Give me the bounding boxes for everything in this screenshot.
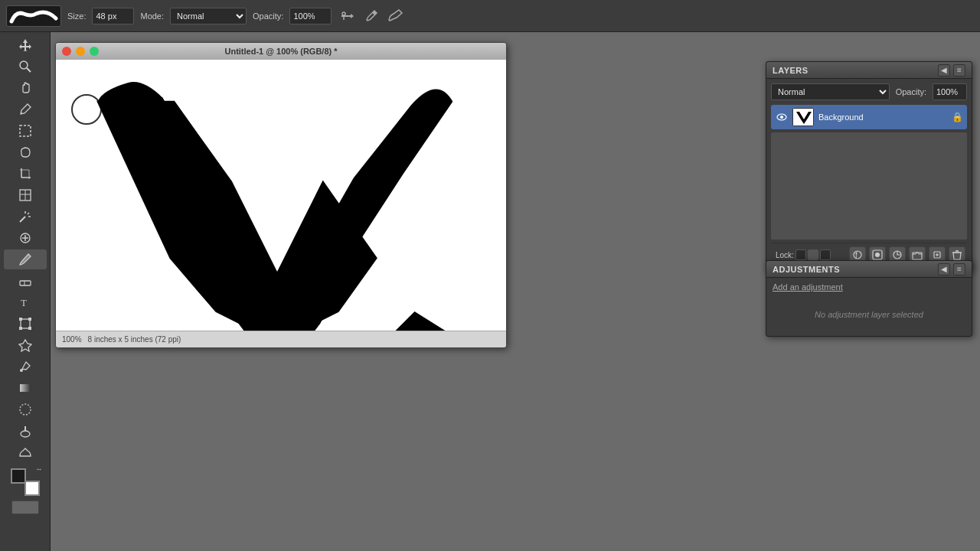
adjustments-panel-header: ADJUSTMENTS ◀ ≡ — [766, 261, 972, 278]
custom-shape-tool[interactable] — [4, 442, 47, 462]
canvas-area[interactable] — [56, 60, 506, 331]
blur-tool[interactable] — [4, 399, 47, 419]
eraser-tool[interactable] — [4, 271, 47, 291]
color-swatches-area: ↔ — [11, 468, 40, 496]
layers-panel-header: LAYERS ◀ ≡ — [766, 62, 972, 79]
gradient-tool[interactable] — [4, 378, 47, 398]
svg-marker-5 — [19, 39, 31, 51]
transform-tool[interactable] — [4, 314, 47, 334]
lasso-tool[interactable] — [4, 142, 47, 162]
svg-marker-1 — [351, 14, 354, 18]
brush-preview[interactable] — [6, 5, 61, 27]
window-maximize-btn[interactable] — [90, 47, 99, 56]
layers-panel: LAYERS ◀ ≡ Normal Multiply Screen Opacit… — [766, 61, 972, 272]
mode-select[interactable]: Normal Dissolve Multiply Screen Overlay — [170, 8, 247, 24]
svg-point-2 — [342, 12, 345, 15]
clone-source-btn[interactable] — [387, 7, 405, 25]
svg-text:f: f — [855, 251, 858, 259]
window-minimize-btn[interactable] — [76, 47, 85, 56]
foreground-color-swatch[interactable] — [11, 468, 26, 484]
svg-rect-24 — [20, 281, 31, 285]
svg-rect-29 — [28, 318, 31, 321]
add-adjustment-row: Add an adjustment — [773, 282, 965, 292]
svg-line-7 — [27, 68, 31, 72]
svg-point-34 — [20, 404, 31, 415]
svg-rect-30 — [19, 327, 22, 330]
magic-wand-tool[interactable] — [4, 207, 47, 227]
svg-point-4 — [373, 11, 376, 15]
size-label: Size: — [67, 11, 86, 21]
adjustments-panel-title: ADJUSTMENTS — [773, 265, 840, 274]
layer-mode-row: Normal Multiply Screen Opacity: — [771, 83, 967, 100]
window-close-btn[interactable] — [62, 47, 71, 56]
swap-colors-icon[interactable]: ↔ — [36, 465, 43, 473]
hand-tool[interactable] — [4, 78, 47, 98]
brush-tool[interactable] — [4, 249, 47, 269]
layers-menu-btn[interactable]: ≡ — [953, 64, 965, 77]
background-color-swatch[interactable] — [24, 481, 40, 496]
adjustments-panel-controls: ◀ ≡ — [938, 263, 965, 276]
size-input[interactable] — [92, 8, 134, 24]
layer-visibility-eye[interactable] — [776, 111, 788, 123]
type-tool[interactable]: T — [4, 292, 47, 312]
add-adjustment-link[interactable]: Add an adjustment — [773, 282, 843, 292]
canvas-dimensions: 8 inches x 5 inches (72 ppi) — [88, 335, 181, 344]
lock-transparent-pixels[interactable] — [795, 249, 806, 260]
eyedropper-tool[interactable] — [4, 99, 47, 119]
layers-empty-area — [771, 132, 967, 240]
top-toolbar: Size: Mode: Normal Dissolve Multiply Scr… — [0, 0, 980, 32]
adjustments-panel-content: Add an adjustment No adjustment layer se… — [766, 278, 972, 336]
lock-position[interactable] — [820, 249, 831, 260]
brush-settings-toggle[interactable] — [362, 7, 381, 25]
layers-panel-title: LAYERS — [773, 66, 808, 75]
svg-line-17 — [20, 217, 25, 222]
svg-rect-45 — [913, 253, 922, 259]
svg-point-6 — [20, 61, 28, 69]
opacity-label: Opacity: — [896, 87, 926, 96]
svg-point-38 — [780, 116, 783, 119]
layers-collapse-btn[interactable]: ◀ — [938, 64, 950, 77]
svg-point-32 — [20, 369, 23, 372]
layer-lock-icon: 🔒 — [952, 112, 962, 122]
paint-bucket-tool[interactable] — [4, 357, 47, 377]
svg-rect-9 — [20, 126, 31, 136]
canvas-title: Untitled-1 @ 100% (RGB/8) * — [224, 47, 337, 56]
healing-brush-tool[interactable] — [4, 228, 47, 248]
layer-row-background[interactable]: Background 🔒 — [771, 105, 967, 129]
svg-point-8 — [21, 112, 22, 114]
layer-thumbnail — [792, 108, 814, 126]
svg-text:T: T — [21, 297, 27, 308]
svg-rect-33 — [20, 384, 31, 392]
lock-image-pixels[interactable] — [808, 249, 818, 260]
svg-point-43 — [875, 253, 880, 257]
crop-tool[interactable] — [4, 164, 47, 184]
canvas-window: Untitled-1 @ 100% (RGB/8) * 100% 8 inche… — [55, 42, 507, 348]
canvas-zoom: 100% — [62, 335, 82, 344]
adjustments-panel: ADJUSTMENTS ◀ ≡ Add an adjustment No adj… — [766, 260, 972, 337]
adjustments-menu-btn[interactable]: ≡ — [953, 263, 965, 276]
layers-panel-content: Normal Multiply Screen Opacity: Ba — [766, 79, 972, 271]
left-toolbar: T — [0, 32, 51, 551]
svg-line-19 — [28, 213, 29, 214]
lock-label: Lock: — [776, 251, 794, 259]
layer-opacity-input[interactable] — [933, 83, 967, 100]
quick-mask-mode[interactable] — [11, 500, 39, 514]
layer-mode-select[interactable]: Normal Multiply Screen — [771, 83, 890, 100]
svg-rect-39 — [793, 109, 814, 126]
airbrush-toggle[interactable] — [338, 7, 356, 25]
canvas-titlebar: Untitled-1 @ 100% (RGB/8) * — [56, 43, 506, 60]
canvas-drawing — [56, 60, 506, 331]
move-tool[interactable] — [4, 35, 47, 55]
layers-panel-controls: ◀ ≡ — [938, 64, 965, 77]
svg-rect-31 — [28, 327, 31, 330]
svg-rect-28 — [19, 318, 22, 321]
marquee-tool[interactable] — [4, 121, 47, 141]
dodge-tool[interactable] — [4, 421, 47, 441]
zoom-tool[interactable] — [4, 57, 47, 77]
canvas-status: 100% 8 inches x 5 inches (72 ppi) — [56, 331, 506, 347]
mode-label: Mode: — [140, 11, 164, 21]
slice-tool[interactable] — [4, 185, 47, 205]
adjustments-collapse-btn[interactable]: ◀ — [938, 263, 950, 276]
opacity-input[interactable] — [289, 8, 332, 24]
shape-tool[interactable] — [4, 335, 47, 355]
